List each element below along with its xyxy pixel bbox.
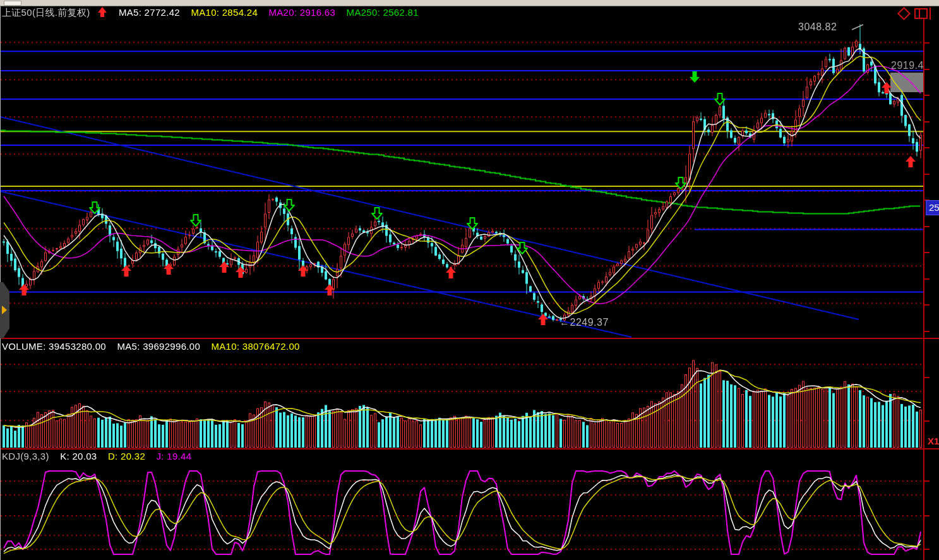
split-window-icon[interactable] [914, 8, 928, 19]
ma20-readout: MA20: 2916.63 [269, 7, 336, 18]
kdj-k-readout: K: 20.03 [60, 451, 97, 462]
volume-ma5-readout: MA5: 39692996.00 [117, 341, 200, 352]
trough-price-label: ←2249.37 [559, 317, 609, 328]
kdj-j-readout: J: 19.44 [157, 451, 192, 462]
ma250-axis-badge: 25 [926, 200, 939, 215]
toolbar-fragment [4, 1, 21, 6]
volume-header: VOLUME: 39453280.00 MA5: 39692996.00 MA1… [2, 341, 308, 352]
stock-chart-window: 上证50(日线.前复权) MA5: 2772.42 MA10: 2854.24 … [0, 0, 939, 560]
chart-corner-icons [897, 8, 937, 20]
ma10-readout: MA10: 2854.24 [191, 7, 258, 18]
volume-ma10-readout: MA10: 38076472.00 [212, 341, 300, 352]
axis-top-mark [930, 8, 931, 20]
volume-readout: VOLUME: 39453280.00 [2, 341, 106, 352]
red-up-arrow-icon [98, 7, 107, 18]
volume-scale-label: X1 [928, 436, 939, 446]
sidebar-expand-tab[interactable] [0, 282, 9, 338]
ma250-readout: MA250: 2562.81 [347, 7, 419, 18]
chart-canvas[interactable] [0, 0, 939, 560]
diamond-icon[interactable] [897, 7, 911, 20]
chart-title: 上证50(日线.前复权) [2, 7, 90, 18]
marked-price-label: 2919.4 [891, 60, 924, 71]
kdj-d-readout: D: 20.32 [108, 451, 145, 462]
peak-price-label: 3048.82 [798, 21, 837, 33]
expand-arrow-icon [2, 306, 7, 314]
main-chart-header: 上证50(日线.前复权) MA5: 2772.42 MA10: 2854.24 … [2, 7, 427, 19]
kdj-name: KDJ(9,3,3) [2, 451, 49, 462]
kdj-header: KDJ(9,3,3) K: 20.03 D: 20.32 J: 19.44 [2, 451, 200, 462]
ma5-readout: MA5: 2772.42 [119, 7, 180, 18]
window-top-strip [0, 0, 939, 6]
